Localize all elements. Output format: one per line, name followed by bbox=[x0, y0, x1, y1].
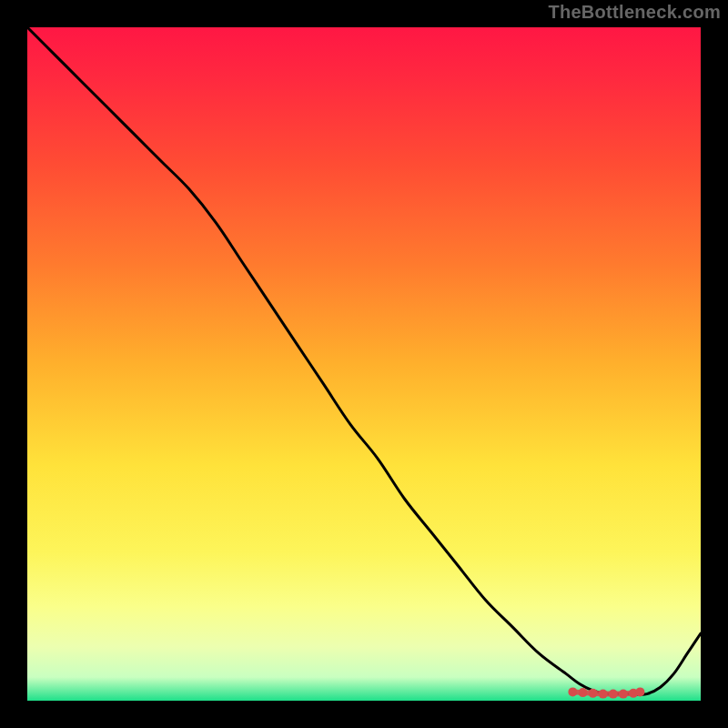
chart-container: TheBottleneck.com bbox=[0, 0, 728, 728]
marker-dot bbox=[599, 690, 608, 699]
marker-dot bbox=[579, 688, 588, 697]
marker-dot bbox=[568, 687, 577, 696]
marker-dot bbox=[619, 690, 628, 699]
plot-area bbox=[27, 27, 701, 701]
marker-dot bbox=[635, 687, 644, 696]
watermark-text: TheBottleneck.com bbox=[548, 2, 721, 23]
chart-svg bbox=[27, 27, 701, 701]
marker-dot bbox=[609, 690, 618, 699]
marker-dot bbox=[589, 689, 598, 698]
